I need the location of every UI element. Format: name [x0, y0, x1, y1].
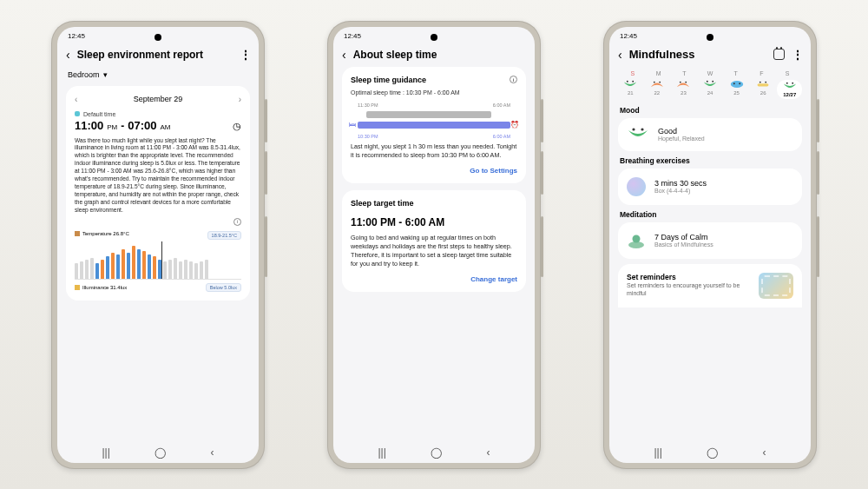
camera-cutout: [155, 34, 161, 41]
svg-point-19: [641, 128, 643, 130]
chart-bar: [142, 251, 146, 279]
nav-bar: ||| ◯ ‹: [609, 442, 811, 463]
mood-day[interactable]: 12/27: [777, 80, 802, 99]
svg-point-15: [765, 81, 766, 83]
chart-bar: [132, 246, 135, 279]
svg-point-4: [654, 81, 655, 83]
mood-day[interactable]: 21: [618, 80, 643, 99]
chart-bar: [75, 263, 78, 279]
actual-sleep-bar: [366, 111, 491, 118]
mood-value: Good: [658, 127, 705, 135]
chart-bar: [85, 260, 89, 279]
more-icon[interactable]: ⋮: [792, 48, 802, 62]
chart-now-line: [161, 241, 162, 279]
optimal-text: Optimal sleep time : 10:30 PM - 6:00 AM: [351, 89, 517, 96]
back-icon[interactable]: ‹: [66, 48, 70, 62]
target-card: Sleep target time 11:00 PM - 6:00 AM Goi…: [342, 190, 526, 292]
report-card: ‹ September 29 › Default time 11:00 PM -…: [66, 86, 250, 301]
status-time: 12:45: [344, 32, 361, 40]
chart-bar: [200, 261, 203, 279]
mood-week-row[interactable]: 21222324252612/27: [618, 78, 802, 101]
time-to: 07:00: [128, 119, 156, 132]
weekday-label: F: [749, 70, 775, 76]
mood-card[interactable]: Good Hopeful, Relaxed: [618, 118, 802, 151]
clock-icon[interactable]: ◷: [233, 121, 241, 132]
nav-recents[interactable]: |||: [654, 446, 661, 459]
date-label: September 29: [134, 95, 183, 103]
info-icon[interactable]: i: [510, 76, 517, 83]
svg-point-16: [786, 82, 788, 83]
svg-point-10: [730, 81, 742, 88]
home-icon: [75, 231, 80, 236]
next-day-button[interactable]: ›: [239, 95, 241, 104]
chart-bar: [90, 258, 94, 279]
bed-icon: 🛏: [349, 121, 356, 129]
svg-point-3: [633, 80, 635, 82]
back-icon[interactable]: ‹: [342, 48, 346, 62]
breathing-card[interactable]: 3 mins 30 secs Box (4-4-4-4): [618, 169, 802, 205]
prev-day-button[interactable]: ‹: [75, 95, 77, 104]
header: ‹ Mindfulness ⋮: [618, 46, 802, 67]
default-time-dot: [75, 111, 80, 116]
chart-bar: [80, 261, 83, 279]
go-to-settings-link[interactable]: Go to Settings: [351, 167, 517, 175]
nav-home[interactable]: ◯: [431, 446, 442, 459]
chart-bar: [111, 253, 115, 279]
room-selector[interactable]: Bedroom ▾: [66, 67, 250, 86]
weekday-label: T: [671, 70, 697, 76]
guidance-body: Last night, you slept 1 h 30 m less than…: [351, 142, 517, 160]
mood-day[interactable]: 26: [751, 80, 776, 99]
temp-range-badge: 18.9-21.5°C: [207, 231, 241, 240]
nav-home[interactable]: ◯: [707, 446, 718, 459]
chart-bar: [184, 260, 187, 279]
illum-legend: Illuminance 31.4lux: [82, 285, 127, 290]
more-icon[interactable]: ⋮: [240, 48, 250, 62]
guidance-title: Sleep time guidance: [351, 76, 426, 84]
week-header: SMTWTFS: [618, 67, 802, 78]
nav-back[interactable]: ‹: [211, 446, 214, 459]
mood-day[interactable]: 23: [671, 80, 696, 99]
info-icon[interactable]: i: [233, 218, 241, 226]
mood-face-icon: [627, 127, 649, 142]
reminders-image: [759, 273, 793, 299]
mood-day[interactable]: 24: [698, 80, 723, 99]
chart-bar: [179, 261, 182, 279]
env-chart: Temperature 26.8°C 18.9-21.5°C Illuminan…: [75, 231, 241, 292]
nav-recents[interactable]: |||: [102, 446, 109, 459]
reminders-card[interactable]: Set reminders Set reminders to encourage…: [618, 264, 802, 307]
room-label: Bedroom: [68, 70, 100, 79]
chevron-down-icon: ▾: [103, 70, 108, 79]
meditation-card[interactable]: 7 Days of Calm Basics of Mindfulness: [618, 222, 802, 259]
back-icon[interactable]: ‹: [618, 48, 622, 62]
mood-label: Mood: [618, 106, 802, 118]
calendar-icon[interactable]: [773, 49, 785, 60]
page-title: About sleep time: [353, 49, 526, 61]
svg-point-8: [707, 80, 708, 82]
breathing-sub: Box (4-4-4-4): [654, 188, 707, 194]
mood-day[interactable]: 22: [645, 80, 670, 99]
breathing-value: 3 mins 30 secs: [654, 179, 707, 188]
phone-frame-2: 12:45 ‹ About sleep time Sleep time guid…: [327, 21, 541, 469]
change-target-link[interactable]: Change target: [351, 275, 517, 283]
meditation-label: Meditation: [618, 210, 802, 222]
svg-point-9: [712, 80, 713, 82]
phone-frame-3: 12:45 ‹ Mindfulness ⋮ SMTWTFS 2122232425…: [603, 21, 817, 469]
chart-bar: [153, 256, 156, 279]
nav-home[interactable]: ◯: [155, 446, 166, 459]
camera-cutout: [707, 34, 713, 41]
nav-recents[interactable]: |||: [378, 446, 385, 459]
weekday-label: S: [774, 70, 800, 76]
chart-bar: [205, 260, 208, 279]
nav-back[interactable]: ‹: [763, 446, 766, 459]
report-body: Was there too much light while you slept…: [75, 137, 241, 215]
phone-frame-1: 12:45 ‹ Sleep environment report ⋮ Bedro…: [51, 21, 265, 469]
nav-back[interactable]: ‹: [487, 446, 490, 459]
page-title: Mindfulness: [629, 48, 766, 61]
weekday-label: W: [697, 70, 723, 76]
svg-point-17: [792, 82, 793, 83]
chart-bar: [122, 249, 125, 279]
svg-point-14: [760, 81, 761, 83]
mood-day[interactable]: 25: [724, 80, 749, 99]
header: ‹ About sleep time: [342, 46, 526, 67]
chart-bar: [116, 254, 120, 279]
